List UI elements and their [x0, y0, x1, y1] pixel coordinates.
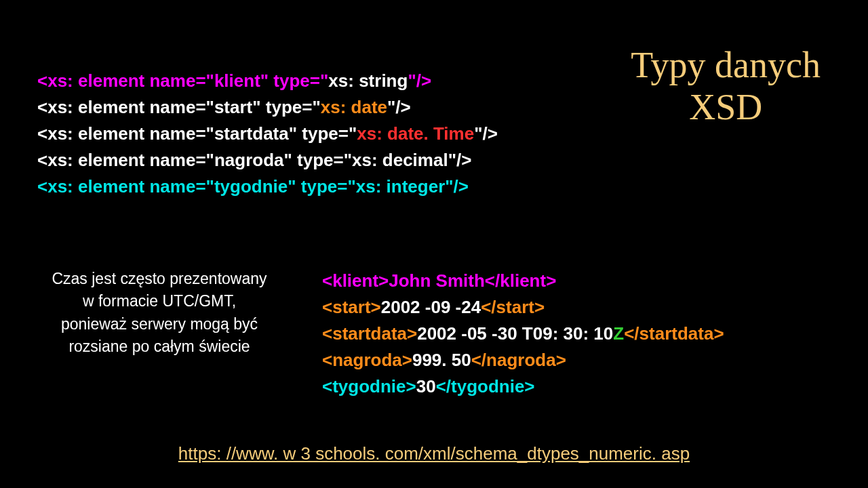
xml-example-line: <klient>John Smith</klient> [322, 268, 724, 294]
slide-title: Typy danych XSD [631, 44, 821, 128]
xml-example-block: <klient>John Smith</klient><start>2002 -… [322, 268, 724, 400]
xml-example-line: <start>2002 -09 -24</start> [322, 294, 724, 321]
xsd-element-line: <xs: element name="start" type="xs: date… [37, 94, 498, 121]
note-line: ponieważ serwery mogą być [37, 313, 281, 336]
xsd-element-line: <xs: element name="startdata" type="xs: … [37, 121, 498, 147]
xsd-element-line: <xs: element name="tygodnie" type="xs: i… [37, 174, 498, 200]
slide: Typy danych XSD <xs: element name="klien… [0, 0, 868, 488]
xml-example-line: <tygodnie>30</tygodnie> [322, 373, 724, 400]
note-line: rozsiane po całym świecie [37, 336, 281, 358]
xsd-element-line: <xs: element name="nagroda" type="xs: de… [37, 147, 498, 174]
xsd-schema-block: <xs: element name="klient" type="xs: str… [37, 68, 498, 200]
xsd-element-line: <xs: element name="klient" type="xs: str… [37, 68, 498, 94]
title-line-2: XSD [631, 86, 821, 128]
title-line-1: Typy danych [631, 44, 821, 86]
footer-link-container: https: //www. w 3 schools. com/xml/schem… [0, 443, 868, 464]
note-line: w formacie UTC/GMT, [37, 290, 281, 312]
reference-link[interactable]: https: //www. w 3 schools. com/xml/schem… [178, 443, 690, 464]
note-line: Czas jest często prezentowany [37, 268, 281, 290]
xml-example-line: <startdata>2002 -05 -30 T09: 30: 10Z</st… [322, 321, 724, 347]
xml-example-line: <nagroda>999. 50</nagroda> [322, 347, 724, 373]
utc-note: Czas jest często prezentowany w formacie… [37, 268, 281, 358]
